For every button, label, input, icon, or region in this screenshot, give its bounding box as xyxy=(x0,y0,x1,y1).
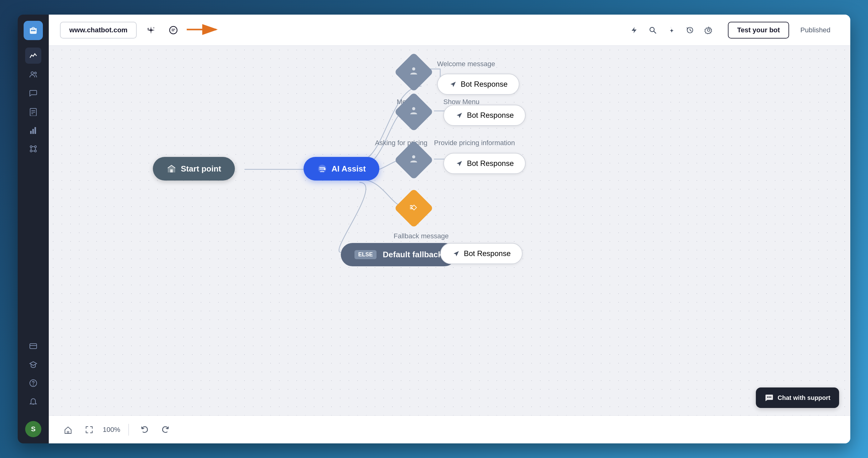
orange-diamond[interactable] xyxy=(394,188,433,228)
ai-assist-node[interactable]: AI Assist xyxy=(304,157,379,181)
sidebar-item-help[interactable] xyxy=(25,375,41,391)
sidebar-item-analytics[interactable] xyxy=(25,122,41,138)
svg-point-4 xyxy=(31,72,34,74)
start-point-label: Start point xyxy=(181,164,221,174)
bot-response-pricing-label: Bot Response xyxy=(467,159,514,168)
magic-icon-btn[interactable] xyxy=(663,22,679,38)
svg-point-37 xyxy=(412,155,415,158)
sidebar-item-users[interactable] xyxy=(25,66,41,82)
redo-button[interactable] xyxy=(157,422,174,438)
chat-support-label: Chat with support xyxy=(778,394,830,401)
svg-point-24 xyxy=(33,385,34,386)
home-button[interactable] xyxy=(60,422,76,438)
test-bot-button[interactable]: Test your bot xyxy=(728,22,789,38)
bottom-divider xyxy=(128,424,129,436)
svg-point-34 xyxy=(324,168,326,170)
bot-response-fallback-label: Bot Response xyxy=(464,249,511,258)
svg-point-3 xyxy=(34,30,36,31)
bot-response-pricing[interactable]: Bot Response xyxy=(443,153,526,174)
fallback-label: Fallback message xyxy=(394,232,448,240)
expand-button[interactable] xyxy=(81,422,97,438)
svg-rect-11 xyxy=(32,129,34,134)
zoom-level: 100% xyxy=(102,426,121,434)
svg-line-29 xyxy=(654,31,656,33)
svg-point-25 xyxy=(169,26,177,34)
svg-point-14 xyxy=(34,146,36,148)
sidebar: S xyxy=(18,14,49,444)
svg-rect-12 xyxy=(34,127,36,134)
svg-point-31 xyxy=(707,29,710,31)
provide-pricing-label: Provide pricing information xyxy=(434,139,515,147)
bot-response-menu[interactable]: Bot Response xyxy=(443,105,526,126)
sidebar-item-academy[interactable] xyxy=(25,357,41,372)
flash-icon-btn[interactable] xyxy=(626,22,642,38)
svg-point-39 xyxy=(769,396,770,398)
sidebar-item-notifications[interactable] xyxy=(25,394,41,410)
published-status: Published xyxy=(792,22,839,38)
history-icon-btn[interactable] xyxy=(682,22,698,38)
main-area: www.chatbot.com xyxy=(49,14,850,444)
bot-response-welcome-label: Bot Response xyxy=(461,80,508,89)
user-avatar[interactable]: S xyxy=(25,421,41,437)
else-badge: ELSE xyxy=(354,250,376,259)
undo-button[interactable] xyxy=(136,422,153,438)
url-badge[interactable]: www.chatbot.com xyxy=(60,22,137,38)
ai-assist-label: AI Assist xyxy=(332,164,366,174)
sidebar-item-billing[interactable] xyxy=(25,338,41,354)
svg-rect-41 xyxy=(67,431,69,433)
svg-rect-10 xyxy=(30,131,32,134)
sidebar-item-conversations[interactable] xyxy=(25,85,41,101)
svg-point-5 xyxy=(34,72,36,74)
svg-rect-32 xyxy=(170,169,173,173)
sidebar-item-activity[interactable] xyxy=(25,48,41,64)
topbar: www.chatbot.com xyxy=(49,14,850,46)
svg-point-1 xyxy=(31,30,33,31)
svg-point-2 xyxy=(33,30,34,31)
svg-point-36 xyxy=(412,107,415,110)
welcome-label: Welcome message xyxy=(437,60,495,68)
svg-point-40 xyxy=(770,396,771,398)
welcome-diamond[interactable] xyxy=(394,52,433,92)
topbar-right-icons: Test your bot Published xyxy=(626,22,839,38)
app-logo[interactable] xyxy=(24,21,43,40)
chat-support-button[interactable]: Chat with support xyxy=(756,388,839,408)
chat-circle-button[interactable] xyxy=(165,22,181,38)
svg-rect-21 xyxy=(30,344,37,348)
canvas[interactable]: Welcome message Menu Show Menu Asking fo… xyxy=(49,46,850,416)
bottombar: 100% xyxy=(49,416,850,444)
bot-response-welcome[interactable]: Bot Response xyxy=(437,74,520,95)
arrow-indicator xyxy=(185,21,222,39)
sidebar-item-integrations[interactable] xyxy=(25,141,41,157)
svg-point-35 xyxy=(412,67,415,70)
sidebar-item-reports[interactable] xyxy=(25,103,41,120)
settings-icon-btn[interactable] xyxy=(701,22,717,38)
svg-point-38 xyxy=(767,396,768,398)
sparkle-button[interactable] xyxy=(143,22,159,38)
bot-response-menu-label: Bot Response xyxy=(467,111,514,120)
svg-point-15 xyxy=(30,150,32,152)
default-fallback-label: Default fallback xyxy=(383,250,442,259)
search-icon-btn[interactable] xyxy=(645,22,661,38)
start-point-node[interactable]: Start point xyxy=(153,157,235,181)
default-fallback-node[interactable]: ELSE Default fallback xyxy=(341,243,456,266)
svg-point-16 xyxy=(34,150,36,152)
bot-response-fallback[interactable]: Bot Response xyxy=(440,243,523,264)
svg-point-13 xyxy=(30,146,32,148)
